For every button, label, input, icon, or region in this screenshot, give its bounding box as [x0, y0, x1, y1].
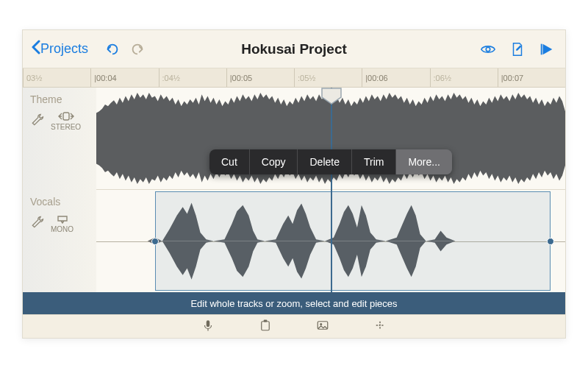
- image-icon[interactable]: [316, 319, 329, 335]
- svg-rect-3: [207, 320, 210, 327]
- svg-rect-2: [63, 113, 69, 120]
- back-label: Projects: [40, 41, 88, 57]
- channel-label: MONO: [51, 225, 74, 233]
- ruler-mark: |00:06: [362, 68, 429, 87]
- ctx-cut[interactable]: Cut: [209, 149, 250, 174]
- ruler-mark: :06½: [430, 68, 498, 87]
- ctx-delete[interactable]: Delete: [298, 149, 351, 174]
- ruler-mark: :05½: [294, 68, 362, 87]
- wrench-icon[interactable]: [30, 113, 45, 130]
- track-name: Theme: [27, 93, 92, 105]
- waveform: [96, 190, 565, 292]
- ctx-trim[interactable]: Trim: [352, 149, 396, 174]
- edit-button[interactable]: [509, 41, 526, 57]
- time-ruler[interactable]: 03½ |00:04 :04½ |00:05 :05½ |00:06 :06½ …: [23, 68, 565, 88]
- channel-icon[interactable]: STEREO: [51, 111, 81, 131]
- selection-handle-right[interactable]: [547, 238, 554, 245]
- track-name: Vocals: [27, 196, 92, 208]
- tracks-area[interactable]: Cut Copy Delete Trim More...: [96, 88, 565, 292]
- track-sidebar: Theme STEREO Vocals: [23, 88, 96, 292]
- svg-rect-5: [264, 319, 268, 322]
- play-button[interactable]: [539, 41, 555, 57]
- chevron-left-icon: [30, 40, 40, 58]
- track-waveform[interactable]: [96, 190, 565, 292]
- svg-point-0: [486, 47, 490, 52]
- track-waveform[interactable]: [96, 88, 565, 190]
- add-icon[interactable]: [373, 319, 387, 335]
- top-bar: Projects Hokusai Project: [23, 30, 565, 68]
- channel-label: STEREO: [51, 123, 81, 131]
- ctx-more[interactable]: More...: [396, 149, 452, 174]
- ctx-copy[interactable]: Copy: [250, 149, 298, 174]
- ruler-mark: :04½: [159, 68, 226, 87]
- visibility-button[interactable]: [480, 41, 496, 57]
- hint-bar: Edit whole tracks or zoom, select and ed…: [23, 292, 565, 314]
- track-header: Vocals MONO: [23, 190, 96, 292]
- ruler-mark: |00:05: [226, 68, 294, 87]
- context-menu: Cut Copy Delete Trim More...: [209, 149, 452, 174]
- selection-handle-left[interactable]: [151, 238, 159, 245]
- back-button[interactable]: Projects: [30, 40, 88, 58]
- svg-point-7: [320, 323, 322, 325]
- channel-icon[interactable]: MONO: [51, 213, 74, 233]
- content-area: Theme STEREO Vocals: [23, 88, 565, 292]
- undo-button[interactable]: [103, 40, 122, 59]
- ruler-mark: 03½: [23, 68, 90, 87]
- svg-rect-4: [262, 321, 270, 330]
- app-window: Projects Hokusai Project: [22, 29, 566, 339]
- mic-icon[interactable]: [201, 319, 215, 335]
- ruler-mark: |00:07: [498, 68, 565, 87]
- redo-button[interactable]: [128, 40, 147, 59]
- ruler-mark: |00:04: [90, 68, 158, 87]
- wrench-icon[interactable]: [30, 215, 45, 232]
- track-header: Theme STEREO: [23, 88, 96, 190]
- paste-icon[interactable]: [259, 319, 272, 335]
- hint-text: Edit whole tracks or zoom, select and ed…: [190, 298, 397, 309]
- bottom-toolbar: [23, 314, 565, 338]
- svg-rect-1: [541, 43, 542, 54]
